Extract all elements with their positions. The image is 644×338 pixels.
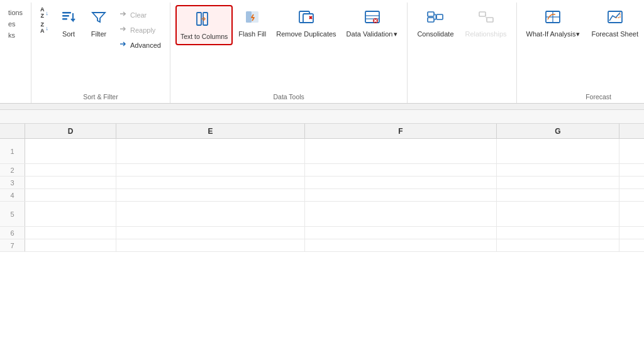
ribbon-group-data-tools: Text to Columns Flash Fill	[170, 3, 408, 103]
sort-filter-items: AZ ↓ ZA ↓	[36, 5, 165, 92]
clear-label: Clear	[130, 11, 147, 19]
col-header-e[interactable]: E	[116, 124, 305, 138]
col-header-d[interactable]: D	[25, 124, 116, 138]
filter-button[interactable]: Filter	[85, 5, 113, 41]
row-num-3: 3	[0, 177, 25, 188]
table-row[interactable]: 6	[0, 227, 644, 239]
grid-cell[interactable]	[305, 177, 497, 188]
row-num-header	[0, 124, 25, 138]
consolidate-button[interactable]: Consolidate	[413, 5, 458, 41]
svg-rect-7	[246, 11, 252, 23]
partial-text-3: ks	[8, 30, 23, 40]
ribbon: tions es ks AZ ↓	[0, 0, 644, 104]
grid-cell[interactable]	[116, 189, 305, 201]
sort-button[interactable]: Sort	[55, 5, 82, 41]
content-area: D E F G 1 2 3	[0, 104, 644, 338]
data-tools-items: Text to Columns Flash Fill	[175, 5, 402, 92]
sort-buttons: AZ ↓ ZA ↓	[36, 5, 52, 36]
grid-cell[interactable]	[497, 239, 619, 251]
data-validation-icon	[364, 8, 381, 28]
svg-rect-21	[479, 12, 486, 16]
filter-options: Clear Reapply	[115, 5, 165, 52]
group-label-data-tools: Data Tools	[175, 92, 402, 103]
grid-cell[interactable]	[305, 164, 497, 176]
table-row[interactable]: 7	[0, 239, 644, 252]
grid-cell[interactable]	[116, 202, 305, 226]
grid-cell[interactable]	[116, 164, 305, 176]
grid-cell[interactable]	[116, 227, 305, 239]
grid-cell[interactable]	[25, 139, 116, 163]
svg-rect-19	[428, 18, 434, 22]
advanced-label: Advanced	[130, 41, 161, 49]
table-row[interactable]: 2	[0, 164, 644, 177]
data-validation-button[interactable]: Data Validation ▾	[342, 5, 402, 41]
flash-fill-icon	[243, 8, 261, 28]
grid-cell[interactable]	[497, 202, 619, 226]
sort-az-button[interactable]: AZ ↓	[38, 6, 51, 20]
grid-cell[interactable]	[25, 202, 116, 226]
flash-fill-label: Flash Fill	[238, 30, 266, 38]
col-header-g[interactable]: G	[497, 124, 619, 138]
group-label-partial	[5, 95, 26, 99]
grid-cell[interactable]	[305, 239, 497, 251]
grid-cell[interactable]	[305, 227, 497, 239]
filter-label: Filter	[91, 30, 106, 38]
grid-cell[interactable]	[25, 177, 116, 188]
advanced-button[interactable]: Advanced	[115, 38, 165, 52]
grid-cell[interactable]	[497, 139, 619, 163]
what-if-analysis-button[interactable]: What-If Analysis▾	[522, 5, 585, 41]
clear-icon	[119, 9, 128, 20]
grid-cell[interactable]	[25, 164, 116, 176]
reapply-button[interactable]: Reapply	[115, 23, 159, 37]
text-to-columns-button[interactable]: Text to Columns	[175, 5, 233, 45]
svg-rect-20	[436, 14, 443, 19]
consolidate-label: Consolidate	[417, 30, 453, 38]
za-arrow: ↓	[46, 25, 49, 31]
partial-text-2: es	[8, 19, 23, 29]
forecast-sheet-button[interactable]: Forecast Sheet	[587, 5, 643, 41]
relationships-icon	[477, 8, 495, 28]
relationships-button[interactable]: Relationships	[461, 5, 511, 41]
grid-cell[interactable]	[305, 139, 497, 163]
flash-fill-button[interactable]: Flash Fill	[234, 5, 270, 41]
partial-text-1: tions	[8, 5, 23, 18]
text-to-columns-label: Text to Columns	[180, 33, 228, 41]
table-row[interactable]: 3	[0, 177, 644, 189]
clear-button[interactable]: Clear	[115, 8, 150, 22]
grid-cell[interactable]	[305, 202, 497, 226]
empty-bar-2	[0, 110, 644, 124]
empty-bar-1	[0, 104, 644, 110]
svg-rect-0	[62, 12, 71, 14]
column-header-row: D E F G	[0, 124, 644, 139]
grid-cell[interactable]	[116, 239, 305, 251]
col-header-f[interactable]: F	[305, 124, 497, 138]
grid-cell[interactable]	[116, 139, 305, 163]
grid-cell[interactable]	[25, 189, 116, 201]
excel-window: tions es ks AZ ↓	[0, 0, 644, 338]
sort-icon	[60, 8, 77, 28]
grid-cell[interactable]	[25, 227, 116, 239]
svg-rect-18	[428, 12, 434, 16]
grid-cell[interactable]	[497, 189, 619, 201]
sort-label: Sort	[62, 30, 75, 38]
row-num-5: 5	[0, 202, 25, 226]
grid-cell[interactable]	[497, 227, 619, 239]
ribbon-group-consolidate: Consolidate Relationships	[408, 3, 516, 103]
sort-za-button[interactable]: ZA ↓	[38, 21, 51, 35]
group-label-sort-filter: Sort & Filter	[36, 92, 165, 103]
reapply-label: Reapply	[130, 26, 155, 34]
svg-rect-1	[62, 15, 69, 17]
remove-duplicates-button[interactable]: Remove Duplicates	[272, 5, 340, 41]
grid-cell[interactable]	[305, 189, 497, 201]
svg-point-3	[125, 13, 126, 14]
table-row[interactable]: 5	[0, 202, 644, 227]
table-row[interactable]: 1	[0, 139, 644, 164]
grid-cell[interactable]	[116, 177, 305, 188]
what-if-label: What-If Analysis▾	[526, 30, 580, 38]
remove-duplicates-icon	[297, 8, 315, 28]
table-row[interactable]: 4	[0, 189, 644, 202]
grid-cell[interactable]	[497, 164, 619, 176]
grid-cell[interactable]	[497, 177, 619, 188]
grid-cell[interactable]	[25, 239, 116, 251]
data-validation-label: Data Validation ▾	[347, 30, 398, 38]
